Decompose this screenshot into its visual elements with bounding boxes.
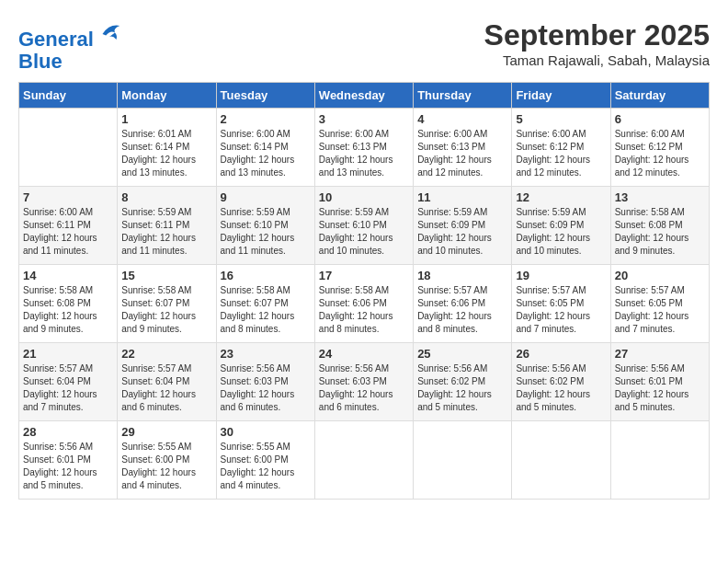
month-title: September 2025 [484, 18, 710, 52]
day-info: Sunrise: 5:56 AM Sunset: 6:02 PM Dayligh… [417, 362, 507, 414]
header-cell-sunday: Sunday [19, 83, 118, 109]
day-number: 15 [121, 269, 211, 282]
calendar-cell: 6Sunrise: 6:00 AM Sunset: 6:12 PM Daylig… [610, 109, 709, 187]
day-info: Sunrise: 5:57 AM Sunset: 6:06 PM Dayligh… [417, 284, 507, 336]
calendar-cell: 29Sunrise: 5:55 AM Sunset: 6:00 PM Dayli… [118, 421, 216, 500]
day-info: Sunrise: 5:57 AM Sunset: 6:05 PM Dayligh… [615, 284, 705, 336]
calendar-week-5: 28Sunrise: 5:56 AM Sunset: 6:01 PM Dayli… [19, 421, 710, 500]
calendar-cell: 7Sunrise: 6:00 AM Sunset: 6:11 PM Daylig… [19, 187, 118, 265]
day-number: 30 [221, 425, 311, 439]
day-number: 11 [417, 190, 507, 204]
day-info: Sunrise: 5:57 AM Sunset: 6:04 PM Dayligh… [23, 362, 113, 414]
calendar-cell [414, 421, 512, 500]
day-info: Sunrise: 5:56 AM Sunset: 6:01 PM Dayligh… [23, 441, 113, 492]
day-number: 28 [23, 425, 113, 439]
logo-blue-text: Blue [18, 51, 123, 73]
header-cell-tuesday: Tuesday [216, 83, 314, 109]
day-info: Sunrise: 5:56 AM Sunset: 6:01 PM Dayligh… [615, 362, 705, 414]
day-number: 29 [121, 425, 211, 439]
day-info: Sunrise: 5:58 AM Sunset: 6:07 PM Dayligh… [121, 284, 211, 336]
calendar-cell: 25Sunrise: 5:56 AM Sunset: 6:02 PM Dayli… [414, 343, 512, 421]
calendar-cell: 17Sunrise: 5:58 AM Sunset: 6:06 PM Dayli… [314, 265, 413, 343]
day-info: Sunrise: 5:56 AM Sunset: 6:03 PM Dayligh… [319, 362, 409, 414]
day-number: 9 [221, 190, 311, 204]
day-info: Sunrise: 5:56 AM Sunset: 6:02 PM Dayligh… [516, 362, 606, 414]
header-cell-monday: Monday [118, 83, 216, 109]
title-block: September 2025 Taman Rajawali, Sabah, Ma… [484, 18, 710, 68]
calendar-cell: 3Sunrise: 6:00 AM Sunset: 6:13 PM Daylig… [314, 109, 413, 187]
calendar-week-3: 14Sunrise: 5:58 AM Sunset: 6:08 PM Dayli… [19, 265, 710, 343]
calendar-cell: 12Sunrise: 5:59 AM Sunset: 6:09 PM Dayli… [512, 187, 610, 265]
calendar-cell: 16Sunrise: 5:58 AM Sunset: 6:07 PM Dayli… [216, 265, 314, 343]
header-cell-thursday: Thursday [414, 83, 512, 109]
day-number: 19 [516, 269, 606, 282]
day-number: 4 [417, 112, 507, 126]
calendar-cell: 10Sunrise: 5:59 AM Sunset: 6:10 PM Dayli… [314, 187, 413, 265]
calendar-week-1: 1Sunrise: 6:01 AM Sunset: 6:14 PM Daylig… [19, 109, 710, 187]
calendar-body: 1Sunrise: 6:01 AM Sunset: 6:14 PM Daylig… [19, 109, 710, 500]
calendar-cell: 21Sunrise: 5:57 AM Sunset: 6:04 PM Dayli… [19, 343, 118, 421]
day-info: Sunrise: 5:59 AM Sunset: 6:09 PM Dayligh… [516, 206, 606, 258]
logo: General Blue [18, 18, 123, 73]
day-info: Sunrise: 6:00 AM Sunset: 6:12 PM Dayligh… [615, 128, 705, 179]
calendar-cell: 22Sunrise: 5:57 AM Sunset: 6:04 PM Dayli… [118, 343, 216, 421]
day-number: 18 [417, 269, 507, 282]
day-info: Sunrise: 5:56 AM Sunset: 6:03 PM Dayligh… [221, 362, 311, 414]
calendar-cell: 2Sunrise: 6:00 AM Sunset: 6:14 PM Daylig… [216, 109, 314, 187]
day-info: Sunrise: 6:00 AM Sunset: 6:11 PM Dayligh… [23, 206, 113, 258]
calendar-header: SundayMondayTuesdayWednesdayThursdayFrid… [19, 83, 710, 109]
calendar-cell: 28Sunrise: 5:56 AM Sunset: 6:01 PM Dayli… [19, 421, 118, 500]
day-info: Sunrise: 5:58 AM Sunset: 6:08 PM Dayligh… [23, 284, 113, 336]
calendar-cell: 18Sunrise: 5:57 AM Sunset: 6:06 PM Dayli… [414, 265, 512, 343]
calendar-cell: 8Sunrise: 5:59 AM Sunset: 6:11 PM Daylig… [118, 187, 216, 265]
page-header: General Blue September 2025 Taman Rajawa… [18, 18, 710, 73]
day-number: 10 [319, 190, 409, 204]
header-row: SundayMondayTuesdayWednesdayThursdayFrid… [19, 83, 710, 109]
calendar-cell: 19Sunrise: 5:57 AM Sunset: 6:05 PM Dayli… [512, 265, 610, 343]
calendar-cell: 14Sunrise: 5:58 AM Sunset: 6:08 PM Dayli… [19, 265, 118, 343]
day-number: 3 [319, 112, 409, 126]
day-number: 7 [23, 190, 113, 204]
day-info: Sunrise: 6:00 AM Sunset: 6:13 PM Dayligh… [319, 128, 409, 179]
day-number: 23 [221, 347, 311, 361]
calendar-week-2: 7Sunrise: 6:00 AM Sunset: 6:11 PM Daylig… [19, 187, 710, 265]
header-cell-friday: Friday [512, 83, 610, 109]
calendar-cell: 15Sunrise: 5:58 AM Sunset: 6:07 PM Dayli… [118, 265, 216, 343]
day-number: 8 [121, 190, 211, 204]
day-number: 25 [417, 347, 507, 361]
day-info: Sunrise: 5:58 AM Sunset: 6:08 PM Dayligh… [615, 206, 705, 258]
calendar-cell: 5Sunrise: 6:00 AM Sunset: 6:12 PM Daylig… [512, 109, 610, 187]
day-info: Sunrise: 5:59 AM Sunset: 6:10 PM Dayligh… [319, 206, 409, 258]
day-info: Sunrise: 5:55 AM Sunset: 6:00 PM Dayligh… [221, 441, 311, 492]
day-number: 24 [319, 347, 409, 361]
day-info: Sunrise: 6:00 AM Sunset: 6:12 PM Dayligh… [516, 128, 606, 179]
day-info: Sunrise: 5:59 AM Sunset: 6:11 PM Dayligh… [121, 206, 211, 258]
day-info: Sunrise: 6:01 AM Sunset: 6:14 PM Dayligh… [121, 128, 211, 179]
calendar-cell: 24Sunrise: 5:56 AM Sunset: 6:03 PM Dayli… [314, 343, 413, 421]
day-info: Sunrise: 5:59 AM Sunset: 6:09 PM Dayligh… [417, 206, 507, 258]
day-number: 14 [23, 269, 113, 282]
day-info: Sunrise: 5:57 AM Sunset: 6:04 PM Dayligh… [121, 362, 211, 414]
calendar-cell: 26Sunrise: 5:56 AM Sunset: 6:02 PM Dayli… [512, 343, 610, 421]
calendar-cell [610, 421, 709, 500]
day-number: 13 [615, 190, 705, 204]
day-number: 20 [615, 269, 705, 282]
calendar-table: SundayMondayTuesdayWednesdayThursdayFrid… [18, 82, 710, 500]
location-text: Taman Rajawali, Sabah, Malaysia [484, 52, 710, 68]
day-number: 2 [221, 112, 311, 126]
day-number: 21 [23, 347, 113, 361]
day-number: 16 [221, 269, 311, 282]
header-cell-wednesday: Wednesday [314, 83, 413, 109]
calendar-cell: 4Sunrise: 6:00 AM Sunset: 6:13 PM Daylig… [414, 109, 512, 187]
logo-bird-icon [96, 18, 123, 46]
calendar-cell [512, 421, 610, 500]
day-info: Sunrise: 5:59 AM Sunset: 6:10 PM Dayligh… [221, 206, 311, 258]
calendar-cell: 9Sunrise: 5:59 AM Sunset: 6:10 PM Daylig… [216, 187, 314, 265]
calendar-cell: 20Sunrise: 5:57 AM Sunset: 6:05 PM Dayli… [610, 265, 709, 343]
calendar-week-4: 21Sunrise: 5:57 AM Sunset: 6:04 PM Dayli… [19, 343, 710, 421]
day-number: 27 [615, 347, 705, 361]
calendar-cell: 27Sunrise: 5:56 AM Sunset: 6:01 PM Dayli… [610, 343, 709, 421]
day-info: Sunrise: 5:58 AM Sunset: 6:07 PM Dayligh… [221, 284, 311, 336]
day-number: 6 [615, 112, 705, 126]
calendar-cell: 30Sunrise: 5:55 AM Sunset: 6:00 PM Dayli… [216, 421, 314, 500]
